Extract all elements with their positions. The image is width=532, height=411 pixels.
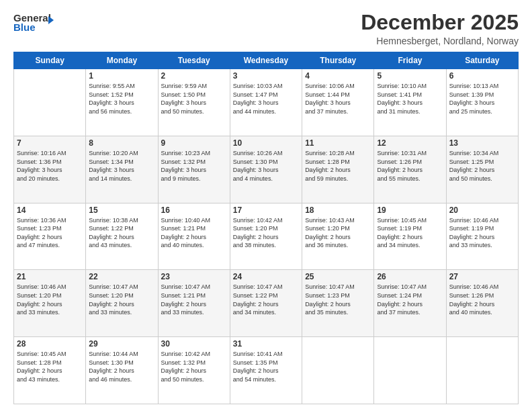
table-row: 12Sunrise: 10:31 AM Sunset: 1:26 PM Dayl… [374, 136, 446, 203]
table-row: 15Sunrise: 10:38 AM Sunset: 1:22 PM Dayl… [86, 203, 158, 270]
day-info-28: Sunrise: 10:45 AM Sunset: 1:28 PM Daylig… [17, 350, 83, 383]
day-info-29: Sunrise: 10:44 AM Sunset: 1:30 PM Daylig… [89, 350, 154, 383]
day-info-25: Sunrise: 10:47 AM Sunset: 1:23 PM Daylig… [305, 283, 371, 316]
day-number-9: 9 [161, 138, 227, 148]
day-info-19: Sunrise: 10:45 AM Sunset: 1:19 PM Daylig… [377, 216, 443, 250]
day-number-17: 17 [233, 205, 299, 215]
table-row: 20Sunrise: 10:46 AM Sunset: 1:19 PM Dayl… [446, 203, 518, 270]
table-row: 16Sunrise: 10:40 AM Sunset: 1:21 PM Dayl… [158, 203, 230, 270]
table-row: 31Sunrise: 10:41 AM Sunset: 1:35 PM Dayl… [230, 337, 302, 404]
day-info-27: Sunrise: 10:46 AM Sunset: 1:26 PM Daylig… [449, 283, 515, 316]
col-thursday: Thursday [302, 52, 374, 69]
table-row: 8Sunrise: 10:20 AM Sunset: 1:34 PM Dayli… [86, 136, 158, 203]
day-info-14: Sunrise: 10:36 AM Sunset: 1:23 PM Daylig… [17, 216, 83, 250]
table-row: 7Sunrise: 10:16 AM Sunset: 1:36 PM Dayli… [14, 136, 86, 203]
day-number-27: 27 [449, 272, 515, 281]
header: GeneralBlue December 2025 Hemnesberget, … [13, 11, 519, 46]
day-number-31: 31 [233, 339, 299, 349]
day-info-20: Sunrise: 10:46 AM Sunset: 1:19 PM Daylig… [449, 216, 515, 250]
table-row: 28Sunrise: 10:45 AM Sunset: 1:28 PM Dayl… [14, 337, 86, 404]
day-number-18: 18 [305, 205, 371, 215]
day-number-13: 13 [449, 138, 515, 148]
day-info-24: Sunrise: 10:47 AM Sunset: 1:22 PM Daylig… [233, 283, 299, 316]
day-number-16: 16 [161, 205, 227, 215]
day-info-7: Sunrise: 10:16 AM Sunset: 1:36 PM Daylig… [17, 149, 83, 183]
table-row: 24Sunrise: 10:47 AM Sunset: 1:22 PM Dayl… [230, 270, 302, 337]
day-info-12: Sunrise: 10:31 AM Sunset: 1:26 PM Daylig… [377, 149, 443, 183]
day-number-2: 2 [161, 71, 227, 81]
col-tuesday: Tuesday [158, 52, 230, 69]
day-info-18: Sunrise: 10:43 AM Sunset: 1:20 PM Daylig… [305, 216, 371, 250]
table-row: 19Sunrise: 10:45 AM Sunset: 1:19 PM Dayl… [374, 203, 446, 270]
col-monday: Monday [86, 52, 158, 69]
day-number-12: 12 [377, 138, 443, 148]
table-row: 6Sunrise: 10:13 AM Sunset: 1:39 PM Dayli… [446, 69, 518, 136]
day-number-5: 5 [377, 71, 443, 81]
day-info-31: Sunrise: 10:41 AM Sunset: 1:35 PM Daylig… [233, 350, 299, 383]
day-number-21: 21 [17, 272, 83, 281]
day-number-7: 7 [17, 138, 83, 148]
col-saturday: Saturday [446, 52, 518, 69]
col-wednesday: Wednesday [230, 52, 302, 69]
day-info-8: Sunrise: 10:20 AM Sunset: 1:34 PM Daylig… [89, 149, 154, 183]
day-info-11: Sunrise: 10:28 AM Sunset: 1:28 PM Daylig… [305, 149, 371, 183]
table-row: 3Sunrise: 10:03 AM Sunset: 1:47 PM Dayli… [230, 69, 302, 136]
day-info-1: Sunrise: 9:55 AM Sunset: 1:52 PM Dayligh… [89, 82, 154, 116]
table-row: 30Sunrise: 10:42 AM Sunset: 1:32 PM Dayl… [158, 337, 230, 404]
day-info-6: Sunrise: 10:13 AM Sunset: 1:39 PM Daylig… [449, 82, 515, 116]
day-number-25: 25 [305, 272, 371, 281]
day-info-2: Sunrise: 9:59 AM Sunset: 1:50 PM Dayligh… [161, 82, 227, 116]
day-number-20: 20 [449, 205, 515, 215]
day-number-4: 4 [305, 71, 371, 81]
day-number-24: 24 [233, 272, 299, 281]
day-number-8: 8 [89, 138, 154, 148]
table-row: 5Sunrise: 10:10 AM Sunset: 1:41 PM Dayli… [374, 69, 446, 136]
logo: GeneralBlue [13, 11, 54, 35]
table-row: 23Sunrise: 10:47 AM Sunset: 1:21 PM Dayl… [158, 270, 230, 337]
table-row [374, 337, 446, 404]
table-row: 21Sunrise: 10:46 AM Sunset: 1:20 PM Dayl… [14, 270, 86, 337]
day-number-15: 15 [89, 205, 154, 215]
table-row: 25Sunrise: 10:47 AM Sunset: 1:23 PM Dayl… [302, 270, 374, 337]
day-number-22: 22 [89, 272, 154, 281]
day-info-22: Sunrise: 10:47 AM Sunset: 1:20 PM Daylig… [89, 283, 154, 316]
table-row [302, 337, 374, 404]
week-row-4: 21Sunrise: 10:46 AM Sunset: 1:20 PM Dayl… [14, 270, 519, 337]
logo-svg: GeneralBlue [13, 11, 54, 35]
day-number-1: 1 [89, 71, 154, 81]
week-row-2: 7Sunrise: 10:16 AM Sunset: 1:36 PM Dayli… [14, 136, 519, 203]
table-row [14, 69, 86, 136]
table-row: 9Sunrise: 10:23 AM Sunset: 1:32 PM Dayli… [158, 136, 230, 203]
day-info-9: Sunrise: 10:23 AM Sunset: 1:32 PM Daylig… [161, 149, 227, 183]
table-row: 17Sunrise: 10:42 AM Sunset: 1:20 PM Dayl… [230, 203, 302, 270]
col-friday: Friday [374, 52, 446, 69]
week-row-3: 14Sunrise: 10:36 AM Sunset: 1:23 PM Dayl… [14, 203, 519, 270]
table-row [446, 337, 518, 404]
calendar-table: Sunday Monday Tuesday Wednesday Thursday… [13, 52, 519, 404]
table-row: 1Sunrise: 9:55 AM Sunset: 1:52 PM Daylig… [86, 69, 158, 136]
day-number-29: 29 [89, 339, 154, 349]
day-number-3: 3 [233, 71, 299, 81]
day-number-28: 28 [17, 339, 83, 349]
day-info-23: Sunrise: 10:47 AM Sunset: 1:21 PM Daylig… [161, 283, 227, 316]
day-info-4: Sunrise: 10:06 AM Sunset: 1:44 PM Daylig… [305, 82, 371, 116]
day-info-26: Sunrise: 10:47 AM Sunset: 1:24 PM Daylig… [377, 283, 443, 316]
month-title: December 2025 [361, 11, 519, 34]
table-row: 26Sunrise: 10:47 AM Sunset: 1:24 PM Dayl… [374, 270, 446, 337]
table-row: 27Sunrise: 10:46 AM Sunset: 1:26 PM Dayl… [446, 270, 518, 337]
table-row: 18Sunrise: 10:43 AM Sunset: 1:20 PM Dayl… [302, 203, 374, 270]
day-info-17: Sunrise: 10:42 AM Sunset: 1:20 PM Daylig… [233, 216, 299, 250]
day-number-23: 23 [161, 272, 227, 281]
table-row: 29Sunrise: 10:44 AM Sunset: 1:30 PM Dayl… [86, 337, 158, 404]
day-number-26: 26 [377, 272, 443, 281]
day-number-6: 6 [449, 71, 515, 81]
table-row: 2Sunrise: 9:59 AM Sunset: 1:50 PM Daylig… [158, 69, 230, 136]
day-info-15: Sunrise: 10:38 AM Sunset: 1:22 PM Daylig… [89, 216, 154, 250]
day-info-5: Sunrise: 10:10 AM Sunset: 1:41 PM Daylig… [377, 82, 443, 116]
day-number-10: 10 [233, 138, 299, 148]
day-info-3: Sunrise: 10:03 AM Sunset: 1:47 PM Daylig… [233, 82, 299, 116]
table-row: 22Sunrise: 10:47 AM Sunset: 1:20 PM Dayl… [86, 270, 158, 337]
week-row-5: 28Sunrise: 10:45 AM Sunset: 1:28 PM Dayl… [14, 337, 519, 404]
table-row: 10Sunrise: 10:26 AM Sunset: 1:30 PM Dayl… [230, 136, 302, 203]
page: GeneralBlue December 2025 Hemnesberget, … [0, 0, 532, 411]
